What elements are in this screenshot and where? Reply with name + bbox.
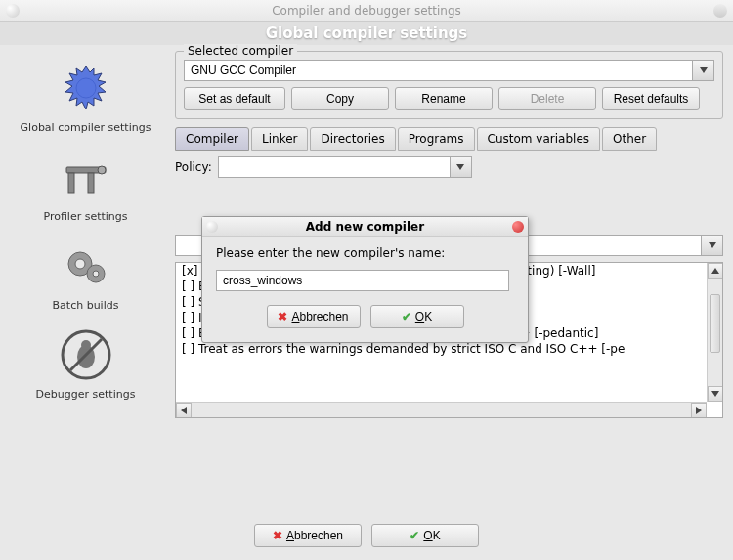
list-item[interactable]: [ ] Treat as errors the warnings demande… xyxy=(176,341,707,357)
scroll-track[interactable] xyxy=(192,403,691,417)
policy-label: Policy: xyxy=(175,160,212,174)
dialog-icon xyxy=(206,221,218,233)
compiler-select-value[interactable] xyxy=(185,62,692,79)
chevron-down-icon xyxy=(456,164,464,170)
tab-custom-variables[interactable]: Custom variables xyxy=(477,127,600,151)
ok-button[interactable]: ✔ OK xyxy=(371,524,479,547)
svg-rect-3 xyxy=(88,173,94,193)
scroll-thumb[interactable] xyxy=(710,294,720,353)
set-default-button[interactable]: Set as default xyxy=(184,87,285,110)
cancel-label: Abbrechen xyxy=(286,529,343,542)
chevron-left-icon xyxy=(181,407,187,414)
ok-icon: ✔ xyxy=(410,529,419,542)
ok-label: OK xyxy=(423,529,440,542)
tab-compiler[interactable]: Compiler xyxy=(175,127,249,151)
dialog-cancel-button[interactable]: ✖ Abbrechen xyxy=(267,305,361,328)
sidebar-item-global-compiler[interactable]: Global compiler settings xyxy=(0,53,171,138)
chevron-down-icon xyxy=(700,67,708,73)
add-compiler-dialog: Add new compiler Please enter the new co… xyxy=(201,216,529,343)
horizontal-scrollbar[interactable] xyxy=(176,402,707,417)
dropdown-button[interactable] xyxy=(692,61,713,80)
sidebar-item-profiler[interactable]: Profiler settings xyxy=(0,142,171,227)
sidebar-item-label: Profiler settings xyxy=(43,210,127,223)
dialog-cancel-label: Abbrechen xyxy=(291,310,348,323)
chevron-right-icon xyxy=(696,407,702,414)
page-banner: Global compiler settings xyxy=(0,22,733,45)
window-titlebar: Compiler and debugger settings xyxy=(0,0,733,22)
dialog-ok-label: OK xyxy=(415,310,432,323)
gear-icon xyxy=(55,57,117,119)
window-close-button[interactable] xyxy=(713,4,727,18)
dialog-button-row: ✖ Abbrechen ✔ OK xyxy=(0,514,733,557)
scroll-up-button[interactable] xyxy=(708,263,723,279)
scroll-right-button[interactable] xyxy=(691,403,707,418)
window-title: Compiler and debugger settings xyxy=(272,4,461,18)
dialog-close-button[interactable] xyxy=(512,221,524,233)
sidebar-item-label: Debugger settings xyxy=(36,388,136,401)
policy-select-value[interactable] xyxy=(219,158,450,176)
rename-button[interactable]: Rename xyxy=(395,87,493,110)
sidebar-item-label: Batch builds xyxy=(53,299,119,312)
dialog-titlebar: Add new compiler xyxy=(202,217,528,237)
svg-point-6 xyxy=(75,259,85,269)
scroll-left-button[interactable] xyxy=(176,403,192,418)
dialog-prompt: Please enter the new compiler's name: xyxy=(216,246,514,260)
delete-button: Delete xyxy=(498,87,596,110)
svg-point-4 xyxy=(98,166,106,174)
selected-compiler-group: Selected compiler Set as default Copy Re… xyxy=(175,51,723,119)
svg-point-8 xyxy=(93,271,99,277)
tab-programs[interactable]: Programs xyxy=(398,127,475,151)
tab-directories[interactable]: Directories xyxy=(310,127,395,151)
chevron-down-icon xyxy=(709,242,716,248)
dropdown-button[interactable] xyxy=(701,236,722,255)
tab-linker[interactable]: Linker xyxy=(251,127,308,151)
fieldset-legend: Selected compiler xyxy=(184,44,297,58)
svg-rect-2 xyxy=(68,173,74,193)
svg-point-11 xyxy=(81,340,91,350)
sidebar-item-debugger[interactable]: Debugger settings xyxy=(0,320,171,405)
dialog-title: Add new compiler xyxy=(306,220,424,234)
copy-button[interactable]: Copy xyxy=(291,87,389,110)
cancel-icon: ✖ xyxy=(278,310,287,323)
policy-select[interactable] xyxy=(218,156,472,178)
sidebar: Global compiler settings Profiler settin… xyxy=(0,45,171,514)
chevron-down-icon xyxy=(711,391,719,397)
scroll-down-button[interactable] xyxy=(708,386,723,402)
caliper-icon xyxy=(55,146,117,208)
cancel-button[interactable]: ✖ Abbrechen xyxy=(254,524,362,547)
reset-defaults-button[interactable]: Reset defaults xyxy=(602,87,700,110)
window-icon xyxy=(6,4,20,18)
tab-bar: Compiler Linker Directories Programs Cus… xyxy=(175,127,723,151)
cancel-icon: ✖ xyxy=(273,529,282,542)
sidebar-item-batch-builds[interactable]: Batch builds xyxy=(0,231,171,316)
no-bug-icon xyxy=(55,323,117,386)
gears-icon xyxy=(55,235,117,297)
tab-other[interactable]: Other xyxy=(602,127,657,151)
ok-icon: ✔ xyxy=(402,310,411,323)
dialog-ok-button[interactable]: ✔ OK xyxy=(370,305,464,328)
sidebar-item-label: Global compiler settings xyxy=(21,121,151,134)
vertical-scrollbar[interactable] xyxy=(707,263,722,402)
dropdown-button[interactable] xyxy=(450,157,471,177)
chevron-up-icon xyxy=(711,268,719,274)
compiler-name-input[interactable] xyxy=(216,270,509,291)
compiler-select[interactable] xyxy=(184,60,714,81)
policy-row: Policy: xyxy=(175,156,723,178)
